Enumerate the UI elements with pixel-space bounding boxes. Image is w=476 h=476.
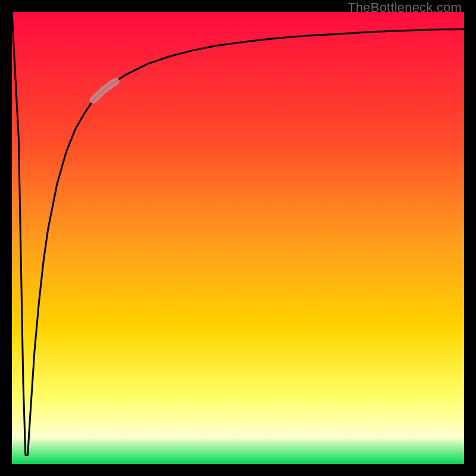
chart-frame: TheBottleneck.com — [0, 0, 476, 476]
bottleneck-chart — [12, 12, 464, 464]
gradient-background — [12, 12, 464, 464]
plot-area — [12, 12, 464, 464]
